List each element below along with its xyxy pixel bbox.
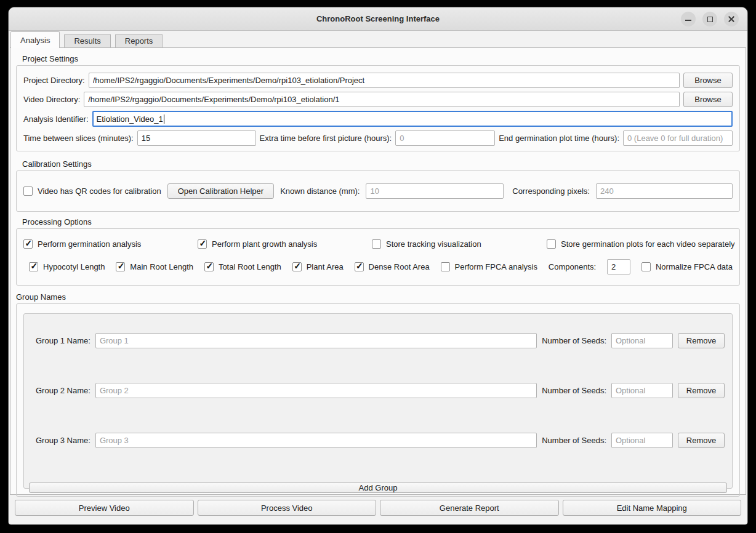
maximize-button[interactable] [702,12,717,26]
video-directory-input[interactable] [84,92,680,107]
window-title: ChronoRoot Screening Interface [316,14,440,23]
germination-analysis-checkbox[interactable] [23,239,33,249]
processing-options-group: Perform germination analysis Perform pla… [16,228,740,286]
video-directory-label: Video Directory: [23,95,80,104]
project-directory-row: Project Directory: Browse [23,73,733,88]
germination-plots-checkbox[interactable] [547,239,556,249]
hypocotyl-length-checkbox-row[interactable]: Hypocotyl Length [29,262,105,271]
processing-row-1: Perform germination analysis Perform pla… [23,239,733,249]
normalize-fpca-checkbox[interactable] [641,262,651,271]
analysis-tab-pane: Project Settings Project Directory: Brow… [10,47,746,495]
normalize-fpca-label: Normalize FPCA data [656,262,733,271]
video-directory-row: Video Directory: Browse [23,92,733,107]
text-caret [164,114,164,124]
normalize-fpca-checkbox-row[interactable]: Normalize FPCA data [641,262,733,271]
group-3-seeds-input[interactable] [611,433,673,448]
plant-area-checkbox[interactable] [292,262,302,271]
plant-growth-checkbox-row[interactable]: Perform plant growth analysis [198,239,372,249]
group-2-name-label: Group 2 Name: [36,386,90,395]
components-label: Components: [549,262,596,271]
tracking-visualization-checkbox-row[interactable]: Store tracking visualization [372,239,547,249]
qr-calibration-checkbox[interactable] [23,186,33,196]
group-1-name-label: Group 1 Name: [36,336,90,345]
minimize-icon [685,20,691,21]
project-directory-input[interactable] [89,73,680,88]
generate-report-button[interactable]: Generate Report [380,500,559,516]
tab-results[interactable]: Results [64,34,110,47]
group-3-remove-button[interactable]: Remove [678,433,725,448]
end-germination-label: End germination plot time (hours): [499,134,619,143]
tab-reports[interactable]: Reports [115,34,163,47]
group-list-panel: Group 1 Name: Number of Seeds: Remove Gr… [23,313,733,489]
group-row-1: Group 1 Name: Number of Seeds: Remove [36,333,725,348]
group-1-seeds-input[interactable] [611,333,673,348]
main-root-length-checkbox[interactable] [116,262,125,271]
time-between-slices-input[interactable] [137,130,256,146]
analysis-identifier-input[interactable]: Etiolation_Video_1 [92,111,733,127]
minimize-button[interactable] [681,12,696,26]
tab-analysis[interactable]: Analysis [10,31,60,48]
group-2-seeds-label: Number of Seeds: [542,386,606,395]
components-input[interactable] [607,259,630,275]
fpca-analysis-checkbox-row[interactable]: Perform FPCA analysis [441,262,537,271]
group-1-remove-button[interactable]: Remove [678,333,725,348]
group-1-name-input[interactable] [95,333,537,348]
dense-root-area-checkbox[interactable] [355,262,364,271]
main-root-length-checkbox-row[interactable]: Main Root Length [116,262,193,271]
total-root-length-label: Total Root Length [219,262,281,271]
project-directory-label: Project Directory: [23,76,85,85]
corresponding-pixels-input[interactable] [596,183,733,199]
main-root-length-label: Main Root Length [130,262,193,271]
group-3-seeds-label: Number of Seeds: [542,436,606,445]
germination-plots-checkbox-row[interactable]: Store germination plots for each video s… [547,239,735,249]
analysis-identifier-row: Analysis Identifier: Etiolation_Video_1 [23,111,733,127]
add-group-button[interactable]: Add Group [29,483,727,493]
window-controls [681,12,739,26]
analysis-identifier-label: Analysis Identifier: [23,114,89,124]
plant-growth-checkbox[interactable] [198,239,207,249]
group-names-group: Group 1 Name: Number of Seeds: Remove Gr… [16,303,740,497]
plant-area-checkbox-row[interactable]: Plant Area [292,262,344,271]
group-3-name-label: Group 3 Name: [36,436,90,445]
titlebar: ChronoRoot Screening Interface [9,7,747,31]
tracking-visualization-label: Store tracking visualization [386,239,481,249]
group-row-3: Group 3 Name: Number of Seeds: Remove [36,433,725,448]
group-2-seeds-input[interactable] [611,383,673,398]
timing-row: Time between slices (minutes): Extra tim… [23,130,733,146]
group-1-seeds-label: Number of Seeds: [542,336,606,345]
edit-name-mapping-button[interactable]: Edit Name Mapping [563,500,742,516]
group-2-name-input[interactable] [95,383,537,398]
known-distance-input[interactable] [366,183,504,199]
group-row-2: Group 2 Name: Number of Seeds: Remove [36,383,725,398]
germination-analysis-checkbox-row[interactable]: Perform germination analysis [23,239,198,249]
process-video-button[interactable]: Process Video [198,500,377,516]
qr-calibration-checkbox-row[interactable]: Video has QR codes for calibration [23,186,161,196]
group-2-remove-button[interactable]: Remove [678,383,725,398]
hypocotyl-length-checkbox[interactable] [29,262,38,271]
hypocotyl-length-label: Hypocotyl Length [43,262,105,271]
project-settings-group: Project Directory: Browse Video Director… [16,65,740,151]
total-root-length-checkbox-row[interactable]: Total Root Length [204,262,281,271]
calibration-settings-title: Calibration Settings [22,159,740,169]
plant-area-label: Plant Area [307,262,344,271]
dense-root-area-checkbox-row[interactable]: Dense Root Area [355,262,430,271]
open-calibration-helper-button[interactable]: Open Calibration Helper [167,183,274,199]
preview-video-button[interactable]: Preview Video [15,500,194,516]
close-button[interactable] [724,12,739,26]
group-names-title: Group Names [16,292,740,302]
tab-bar: Analysis Results Reports [10,31,746,47]
total-root-length-checkbox[interactable] [204,262,214,271]
germination-plots-label: Store germination plots for each video s… [561,239,735,249]
end-germination-input[interactable] [623,130,733,146]
browse-video-directory-button[interactable]: Browse [683,92,733,107]
extra-time-input[interactable] [395,130,495,146]
processing-options-title: Processing Options [22,217,740,227]
app-window: ChronoRoot Screening Interface Analysis … [9,7,747,524]
browse-project-directory-button[interactable]: Browse [683,73,733,88]
extra-time-label: Extra time before first picture (hours): [260,134,392,143]
corresponding-pixels-label: Corresponding pixels: [512,186,590,196]
group-3-name-input[interactable] [95,433,537,448]
known-distance-label: Known distance (mm): [280,186,360,196]
tracking-visualization-checkbox[interactable] [372,239,381,249]
fpca-analysis-checkbox[interactable] [441,262,450,271]
